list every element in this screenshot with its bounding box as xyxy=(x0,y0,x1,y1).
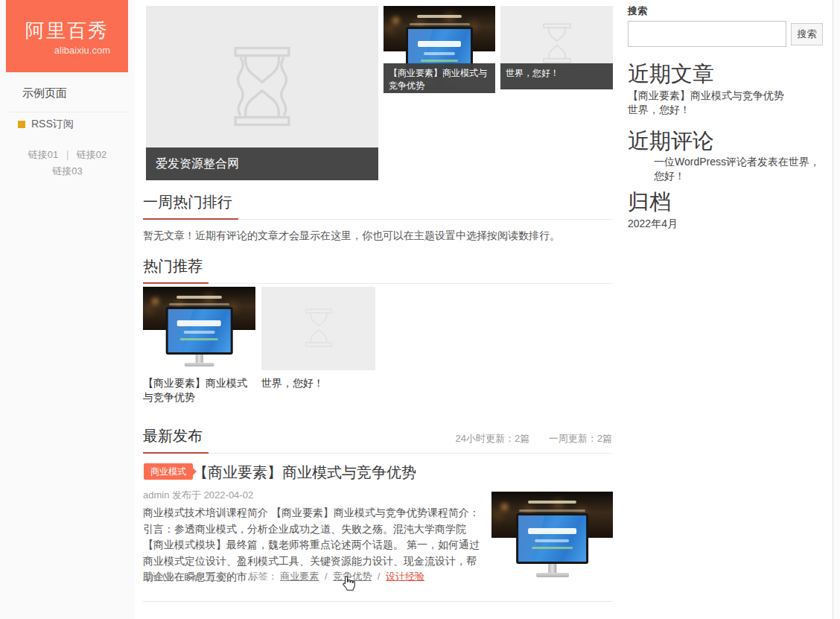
featured-caption[interactable]: 世界，您好！ xyxy=(500,63,613,89)
heading-accent xyxy=(143,218,238,220)
section-title: 热门推荐 xyxy=(143,256,203,283)
section-title: 一周热门排行 xyxy=(143,192,232,219)
update-stats: 24小时更新：2篇 一周更新：2篇 xyxy=(439,432,612,445)
thumbs-up-icon xyxy=(194,571,203,581)
featured-caption[interactable]: 【商业要素】商业模式与竞争优势 xyxy=(384,63,495,93)
recent-post-link-1[interactable]: 【商业要素】商业模式与竞争优势 xyxy=(628,89,784,103)
placeholder-hourglass-icon xyxy=(223,45,301,128)
featured-caption[interactable]: 爱发资源整合网 xyxy=(146,147,378,180)
sidebar-link-01[interactable]: 链接01 xyxy=(28,149,58,160)
section-hot-recommend: 热门推荐 xyxy=(143,256,612,284)
rss-label: RSS订阅 xyxy=(31,118,74,130)
search-label: 搜索 xyxy=(628,4,647,18)
like-button[interactable]: 赞 (0) xyxy=(194,571,232,582)
placeholder-hourglass-icon xyxy=(539,22,575,64)
recent-post-link-2[interactable]: 世界，您好！ xyxy=(628,104,690,117)
section-latest: 最新发布 24小时更新：2篇 一周更新：2篇 xyxy=(143,426,612,454)
search-button[interactable]: 搜索 xyxy=(791,23,823,45)
sidebar-item-sample-page[interactable]: 示例页面 xyxy=(6,72,128,112)
post-title[interactable]: 【商业要素】商业模式与竞争优势 xyxy=(193,463,416,483)
widget-title-recent-posts: 近期文章 xyxy=(628,60,714,89)
hot-post-caption[interactable]: 世界，您好！ xyxy=(261,376,373,390)
post-footer-meta: 阅读(3) 赞 (0) 标签： 商业要素 / 竞争优势 / 设计经验 xyxy=(143,570,424,583)
tag-link-3-hover[interactable]: 设计经验 xyxy=(386,571,424,582)
sidebar-link-03[interactable]: 链接03 xyxy=(52,165,82,177)
hot-post-thumbnail[interactable] xyxy=(261,287,375,370)
widget-title-recent-comments: 近期评论 xyxy=(628,127,714,156)
content-divider xyxy=(143,601,612,602)
post-category-badge[interactable]: 商业模式 xyxy=(144,463,193,480)
sidebar-link-02[interactable]: 链接02 xyxy=(77,149,106,160)
sidebar-item-rss[interactable]: RSS订阅 xyxy=(6,109,128,140)
site-domain: alibaixiu.com xyxy=(6,45,128,56)
scrollbar-track[interactable] xyxy=(833,0,840,619)
rss-icon xyxy=(18,121,25,128)
site-title: 阿里百秀 xyxy=(6,18,128,44)
left-sidebar: 阿里百秀 alibaixiu.com 示例页面 RSS订阅 链接01｜链接02 … xyxy=(0,0,135,619)
heading-accent xyxy=(143,282,209,284)
featured-post-2[interactable]: 【商业要素】商业模式与竞争优势 xyxy=(384,6,495,93)
weekly-empty-text: 暂无文章！近期有评论的文章才会显示在这里，你也可以在主题设置中选择按阅读数排行。 xyxy=(143,228,612,244)
stat-24h: 24小时更新：2篇 xyxy=(455,433,529,444)
hot-post-thumbnail[interactable] xyxy=(143,287,255,370)
placeholder-hourglass-icon xyxy=(302,308,336,348)
section-weekly-hot: 一周热门排行 xyxy=(143,192,612,220)
post-meta: admin 发布于 2022-04-02 xyxy=(143,489,253,502)
archive-link[interactable]: 2022年4月 xyxy=(628,218,678,231)
tags-label: 标签： xyxy=(249,571,278,582)
hot-post-caption[interactable]: 【商业要素】商业模式与竞争优势 xyxy=(143,376,255,404)
sidebar-links-row2: 链接03 xyxy=(0,165,135,178)
heading-accent xyxy=(143,452,209,454)
page-root: 阿里百秀 alibaixiu.com 示例页面 RSS订阅 链接01｜链接02 … xyxy=(0,0,840,619)
recent-comment-item[interactable]: 一位WordPress评论者发表在世界，您好！ xyxy=(654,155,824,183)
like-label[interactable]: 赞 (0) xyxy=(206,571,230,582)
tag-link-1[interactable]: 商业要素 xyxy=(280,571,319,582)
search-input[interactable] xyxy=(628,21,786,47)
post-thumbnail[interactable] xyxy=(491,492,613,581)
link-separator: ｜ xyxy=(63,149,72,160)
tag-link-2[interactable]: 竞争优势 xyxy=(333,571,372,582)
sidebar-links-row1: 链接01｜链接02 xyxy=(0,148,135,162)
read-count: 阅读(3) xyxy=(143,571,174,582)
section-title: 最新发布 xyxy=(143,426,203,453)
widget-title-archives: 归档 xyxy=(628,188,671,218)
featured-post-3[interactable]: 世界，您好！ xyxy=(500,6,613,89)
featured-post-main[interactable]: 爱发资源整合网 xyxy=(146,6,378,180)
site-logo[interactable]: 阿里百秀 alibaixiu.com xyxy=(6,0,128,72)
stat-week: 一周更新：2篇 xyxy=(549,433,612,444)
